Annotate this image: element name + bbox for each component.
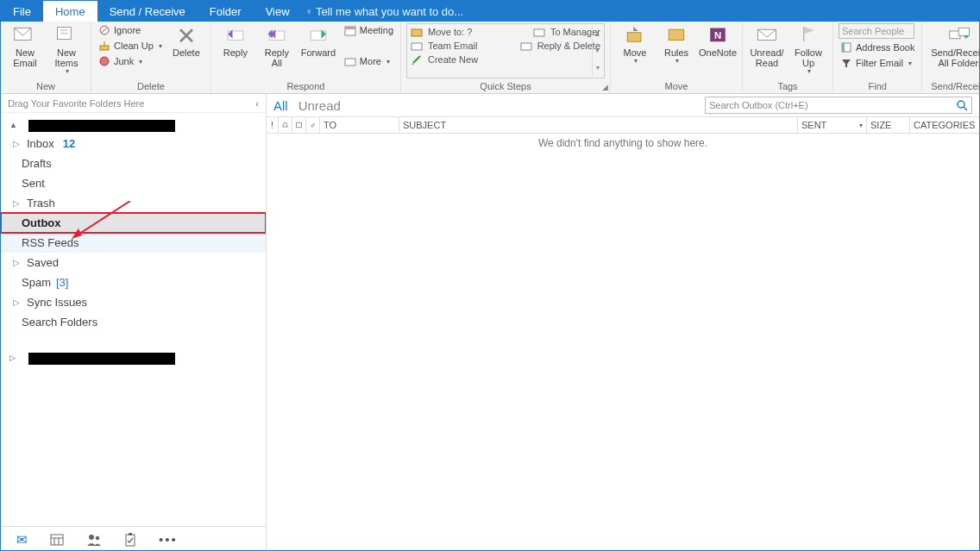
group-respond-label: Respond (217, 81, 395, 93)
group-find: Search People Address Book Filter Email▾… (833, 22, 922, 93)
unread-read-button[interactable]: Unread/ Read (748, 23, 786, 68)
more-respond-button[interactable]: More▾ (342, 54, 395, 68)
group-delete-label: Delete (97, 81, 205, 93)
expand-icon[interactable]: ▲ (9, 121, 16, 129)
chevron-down-icon: ▾ (159, 42, 162, 50)
group-find-label: Find (839, 81, 916, 93)
follow-up-button[interactable]: Follow Up▾ (789, 23, 827, 76)
search-icon[interactable] (956, 99, 968, 111)
dialog-launcher-icon[interactable]: ◢ (602, 83, 608, 91)
folder-trash[interactable]: ▷Trash (1, 193, 266, 213)
qs-create: Create New (428, 54, 478, 65)
sync-label: Sync Issues (27, 296, 87, 309)
junk-button[interactable]: Junk▾ (97, 54, 164, 68)
address-book-button[interactable]: Address Book (839, 41, 916, 54)
folder-search-folders[interactable]: Search Folders (1, 312, 266, 332)
move-button[interactable]: Move▾ (616, 23, 654, 66)
tab-home[interactable]: Home (43, 1, 97, 22)
search-people-ph: Search People (842, 26, 904, 36)
forward-button[interactable]: Forward (299, 23, 337, 58)
account-1[interactable] (28, 120, 175, 132)
new-email-button[interactable]: New Email (6, 23, 44, 68)
group-quicksteps-label: Quick Steps (406, 81, 605, 93)
cleanup-label: Clean Up (114, 41, 154, 51)
folder-sent[interactable]: Sent (1, 173, 266, 193)
chevron-right-icon: ▷ (13, 297, 22, 307)
filter-email-button[interactable]: Filter Email▾ (839, 56, 916, 70)
col-importance[interactable]: ! (267, 117, 279, 133)
quick-steps-gallery[interactable]: Move to: ?To Manager Team EmailReply & D… (406, 23, 605, 78)
group-delete: Ignore Clean Up▾ Junk▾ Delete Delete (91, 22, 211, 93)
nav-mail-icon[interactable]: ✉ (16, 532, 28, 548)
col-to[interactable]: TO (320, 117, 399, 133)
meeting-button[interactable]: Meeting (342, 23, 395, 37)
folder-pane: Drag Your Favorite Folders Here ‹ ▲ ▷Inb… (1, 94, 267, 551)
svg-rect-2 (60, 29, 68, 31)
col-reminder[interactable] (279, 117, 292, 133)
cleanup-button[interactable]: Clean Up▾ (97, 39, 164, 53)
onenote-label: OneNote (699, 47, 737, 58)
group-move: Move▾ Rules▾ NOneNote Move (611, 22, 743, 93)
favorites-hint: Drag Your Favorite Folders Here (8, 98, 144, 109)
folder-drafts[interactable]: Drafts (1, 153, 266, 173)
svg-rect-3 (60, 33, 68, 34)
nav-bar: ✉ ••• (1, 526, 266, 551)
folder-outbox[interactable]: Outbox (1, 213, 266, 233)
nav-people-icon[interactable] (86, 533, 102, 547)
col-sent[interactable]: SENT▾ (798, 117, 867, 133)
send-receive-icon (948, 25, 972, 46)
collapse-icon[interactable]: ‹ (255, 98, 259, 109)
rules-button[interactable]: Rules▾ (657, 23, 695, 66)
folder-inbox[interactable]: ▷Inbox12 (1, 134, 266, 153)
filter-all[interactable]: All (273, 98, 288, 113)
col-subject[interactable]: SUBJECT (399, 117, 798, 133)
col-size[interactable]: SIZE (867, 117, 910, 133)
delete-button[interactable]: Delete (167, 23, 205, 58)
search-mail-input[interactable]: Search Outbox (Ctrl+E) (705, 97, 972, 114)
chevron-down-icon: ▾ (66, 68, 69, 76)
delete-label: Delete (173, 47, 200, 58)
new-items-button[interactable]: New Items▾ (47, 23, 85, 76)
expand-icon[interactable]: ▷ (9, 354, 16, 362)
gallery-more-icon[interactable]: ▾ (596, 64, 600, 72)
ignore-icon (98, 24, 110, 36)
gallery-down-icon[interactable]: ▼ (594, 47, 601, 54)
col-categories[interactable]: CATEGORIES (910, 117, 979, 133)
tell-me-search[interactable]: ♀ Tell me what you want to do... (305, 5, 464, 18)
folder-sync-issues[interactable]: ▷Sync Issues (1, 292, 266, 312)
onenote-button[interactable]: NOneNote (699, 23, 737, 58)
nav-calendar-icon[interactable] (50, 533, 64, 547)
folder-rss[interactable]: RSS Feeds (1, 233, 266, 253)
empty-message: We didn't find anything to show here. (267, 137, 979, 149)
col-attachment[interactable] (306, 117, 320, 133)
forward-label: Forward (301, 47, 336, 58)
search-people-input[interactable]: Search People (839, 23, 914, 39)
tab-send-receive[interactable]: Send / Receive (97, 1, 198, 22)
ignore-button[interactable]: Ignore (97, 23, 164, 37)
reply-button[interactable]: Reply (217, 23, 254, 58)
nav-tasks-icon[interactable] (124, 533, 136, 547)
send-receive-all-button[interactable]: Send/Receive All Folders (927, 23, 980, 68)
favorites-header[interactable]: Drag Your Favorite Folders Here ‹ (1, 94, 266, 113)
sort-down-icon: ▾ (859, 122, 863, 129)
qs-moveto: Move to: ? (428, 27, 472, 37)
tab-folder[interactable]: Folder (198, 1, 254, 22)
gallery-up-icon[interactable]: ▲ (594, 30, 601, 38)
chevron-right-icon: ▷ (13, 198, 22, 208)
tab-file[interactable]: File (1, 1, 43, 22)
ribbon: New Email New Items▾ New Ignore Clean Up… (1, 22, 979, 94)
svg-point-32 (89, 535, 94, 540)
filter-unread[interactable]: Unread (298, 98, 341, 113)
tab-view[interactable]: View (254, 1, 302, 22)
lightbulb-icon: ♀ (305, 6, 312, 16)
col-icon[interactable] (292, 117, 306, 133)
reply-all-button[interactable]: Reply All (258, 23, 296, 68)
account-2[interactable] (28, 353, 175, 365)
svg-rect-19 (669, 29, 684, 40)
folder-saved[interactable]: ▷Saved (1, 253, 266, 272)
nav-more-icon[interactable]: ••• (159, 532, 178, 547)
sendrecv-label: Send/Receive All Folders (931, 47, 980, 68)
folder-spam[interactable]: Spam [3] (1, 272, 266, 292)
svg-line-37 (964, 107, 967, 110)
more-icon (344, 55, 356, 67)
